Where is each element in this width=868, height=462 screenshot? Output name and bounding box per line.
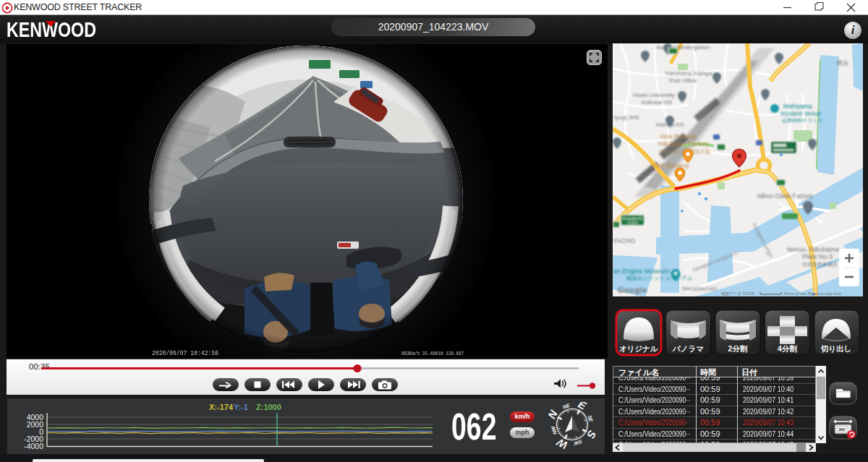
svg-text:an Engine Museum: an Engine Museum bbox=[613, 268, 670, 275]
svg-text:Kirin Brewery: Kirin Brewery bbox=[652, 162, 689, 169]
svg-text:Plant No.3: Plant No.3 bbox=[802, 253, 833, 260]
svg-text:Kirin Brewery: Kirin Brewery bbox=[660, 133, 697, 140]
svg-text:オリジナル: オリジナル bbox=[619, 344, 658, 353]
svg-text:横浜: 横浜 bbox=[836, 60, 848, 67]
svg-text:Post Office: Post Office bbox=[669, 77, 698, 84]
svg-text:?yugi JHS: ?yugi JHS bbox=[613, 114, 639, 121]
svg-text:Kokusai HS: Kokusai HS bbox=[642, 99, 672, 106]
svg-text:W: W bbox=[553, 436, 569, 452]
svg-text:-4000: -4000 bbox=[24, 442, 43, 450]
svg-text:360°: 360° bbox=[838, 427, 846, 432]
svg-text:パノラマ: パノラマ bbox=[672, 344, 704, 353]
svg-text:4分割: 4分割 bbox=[778, 344, 797, 353]
svg-text:Nissan Yokohama: Nissan Yokohama bbox=[787, 246, 839, 253]
svg-text:Hosei University: Hosei University bbox=[633, 92, 675, 98]
svg-text:SE: SE bbox=[587, 414, 594, 422]
svg-text:Terms of Use Report a map er: Terms of Use Report a map error bbox=[783, 291, 842, 296]
svg-text:子安IC: 子安IC bbox=[627, 221, 638, 226]
svg-text:E: E bbox=[576, 402, 590, 412]
svg-text:日産自動車横浜: 日産自動車横浜 bbox=[802, 262, 838, 268]
svg-text:YACHO: YACHO bbox=[613, 237, 635, 244]
svg-text:地図データ ©2025: 地図データ ©2025 bbox=[720, 291, 754, 296]
svg-text:Yokohama Factory: Yokohama Factory bbox=[658, 140, 709, 147]
svg-text:NE: NE bbox=[562, 403, 571, 410]
svg-text:Yokohama Kishiya: Yokohama Kishiya bbox=[665, 70, 712, 77]
svg-text:Nishiyama: Nishiyama bbox=[783, 103, 812, 110]
svg-text:横浜エンジンミュージアム: 横浜エンジンミュージアム bbox=[626, 275, 693, 281]
svg-text:2分割: 2分割 bbox=[728, 344, 748, 353]
svg-text:Incident Venue: Incident Venue bbox=[780, 110, 822, 117]
svg-text:企業何科テラミラ: 企業何科テラミラ bbox=[781, 118, 823, 124]
svg-text:TAKARACHO: TAKARACHO bbox=[681, 286, 717, 292]
svg-text:Google: Google bbox=[618, 286, 647, 294]
svg-text:Nihon Glass Factory: Nihon Glass Factory bbox=[757, 192, 814, 200]
svg-text:切り出し: 切り出し bbox=[820, 344, 852, 353]
